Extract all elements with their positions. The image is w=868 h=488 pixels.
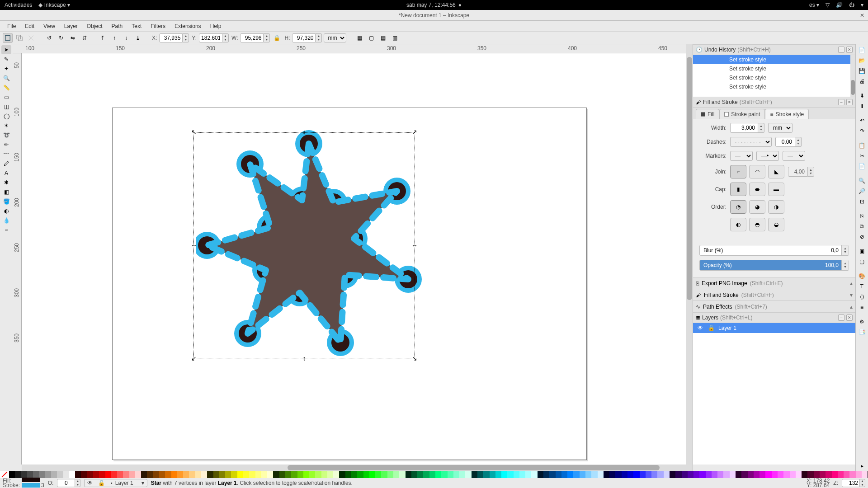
lower-button[interactable]: ↓	[121, 33, 131, 43]
system-menu-chevron[interactable]: ▾	[861, 2, 863, 8]
opacity-slider[interactable]: Opacity (%) 100,0 ▲▼	[699, 260, 849, 271]
palette-swatch[interactable]	[255, 471, 261, 478]
palette-swatch[interactable]	[657, 471, 663, 478]
undo-scrollbar[interactable]	[850, 55, 855, 97]
palette-swatch[interactable]	[826, 471, 831, 478]
palette-swatch[interactable]	[862, 471, 868, 478]
palette-swatch[interactable]	[411, 471, 417, 478]
palette-swatch[interactable]	[9, 471, 15, 478]
marker-start-select[interactable]: —	[730, 151, 753, 161]
snap-align-icon[interactable]: ≡	[857, 302, 867, 312]
calligraphy-tool[interactable]: 🖊	[1, 159, 11, 168]
zoom-tool[interactable]: 🔍	[1, 74, 11, 83]
palette-swatch[interactable]	[844, 471, 849, 478]
rotate-cw-button[interactable]: ↻	[56, 33, 66, 43]
raise-button[interactable]: ↑	[109, 33, 119, 43]
palette-swatch[interactable]	[448, 471, 453, 478]
palette-swatch[interactable]	[369, 471, 375, 478]
snap-zoomsel-icon[interactable]: 🔎	[857, 186, 867, 196]
dash-offset-input[interactable]	[775, 137, 795, 147]
snap-copy-icon[interactable]: 📋	[857, 141, 867, 150]
star-tool[interactable]: ✶	[1, 121, 11, 130]
palette-swatch[interactable]	[838, 471, 844, 478]
palette-swatch[interactable]	[712, 471, 717, 478]
undo-row[interactable]: Set stroke style	[693, 82, 855, 91]
w-input[interactable]	[240, 33, 264, 42]
palette-swatch[interactable]	[573, 471, 579, 478]
palette-swatch[interactable]	[849, 471, 855, 478]
palette-swatch[interactable]	[580, 471, 585, 478]
cap-butt-button[interactable]: ▮	[730, 183, 746, 196]
spiral-tool[interactable]: ➰	[1, 131, 11, 140]
connector-tool[interactable]: ⎓	[1, 225, 11, 235]
join-bevel-button[interactable]: ◣	[768, 165, 784, 178]
palette-swatch[interactable]	[363, 471, 369, 478]
palette-none-swatch[interactable]	[0, 471, 9, 478]
palette-swatch[interactable]	[514, 471, 519, 478]
bezier-tool[interactable]: 〰	[1, 150, 11, 159]
palette-swatch[interactable]	[429, 471, 435, 478]
tab-stroke-paint[interactable]: Stroke paint	[719, 109, 765, 119]
palette-swatch[interactable]	[63, 471, 69, 478]
measure-tool[interactable]: 📏	[1, 83, 11, 92]
3dbox-tool[interactable]: ◫	[1, 102, 11, 111]
palette-swatch[interactable]	[303, 471, 309, 478]
handle-sw[interactable]: ↙	[191, 355, 197, 361]
palette-swatch[interactable]	[147, 471, 153, 478]
palette-swatch[interactable]	[237, 471, 243, 478]
canvas-scrollbar-v[interactable]	[686, 44, 693, 471]
status-fill-swatch[interactable]	[22, 478, 40, 482]
panel-minimize-icon[interactable]: –	[838, 99, 844, 105]
snap-group-icon[interactable]: ▣	[857, 246, 867, 256]
lock-aspect-button[interactable]: 🔒	[272, 33, 282, 43]
palette-swatch[interactable]	[790, 471, 796, 478]
h-input[interactable]	[292, 33, 316, 42]
palette-swatch[interactable]	[381, 471, 387, 478]
flip-v-button[interactable]: ⇵	[80, 33, 90, 43]
palette-swatch[interactable]	[153, 471, 159, 478]
palette-swatch[interactable]	[765, 471, 771, 478]
snap-export-icon[interactable]: ⬆	[857, 101, 867, 111]
snap-text-icon[interactable]: T	[857, 282, 867, 291]
flip-h-button[interactable]: ⇋	[68, 33, 78, 43]
rect-tool[interactable]: ▭	[1, 93, 11, 102]
menu-extensions[interactable]: Extensions	[171, 22, 205, 30]
palette-swatch[interactable]	[339, 471, 345, 478]
menu-edit[interactable]: Edit	[21, 22, 38, 30]
palette-swatch[interactable]	[640, 471, 646, 478]
palette-swatch[interactable]	[225, 471, 231, 478]
palette-swatch[interactable]	[598, 471, 604, 478]
menu-layer[interactable]: Layer	[61, 22, 81, 30]
window-close-button[interactable]: ✕	[860, 12, 864, 19]
palette-swatch[interactable]	[741, 471, 747, 478]
palette-swatch[interactable]	[117, 471, 123, 478]
node-tool[interactable]: ✎	[1, 55, 11, 64]
canvas-scrollbar-h[interactable]	[22, 465, 686, 471]
palette-swatch[interactable]	[177, 471, 183, 478]
menu-view[interactable]: View	[40, 22, 59, 30]
palette-swatch[interactable]	[675, 471, 681, 478]
marker-end-select[interactable]: —	[783, 151, 805, 161]
raise-top-button[interactable]: ⤒	[98, 33, 108, 43]
snap-zoomfit-icon[interactable]: 🔍	[857, 176, 867, 186]
palette-swatch[interactable]	[501, 471, 507, 478]
tweak-tool[interactable]: ✦	[1, 64, 11, 73]
palette-swatch[interactable]	[699, 471, 705, 478]
palette-swatch[interactable]	[327, 471, 333, 478]
palette-swatch[interactable]	[165, 471, 171, 478]
palette-swatch[interactable]	[219, 471, 225, 478]
keyboard-indicator[interactable]: es ▾	[809, 2, 819, 8]
palette-swatch[interactable]	[387, 471, 393, 478]
x-input[interactable]	[159, 33, 183, 42]
palette-swatch[interactable]	[249, 471, 255, 478]
palette-swatch[interactable]	[736, 471, 741, 478]
menu-object[interactable]: Object	[83, 22, 106, 30]
palette-swatch[interactable]	[670, 471, 675, 478]
snap-import-icon[interactable]: ⬇	[857, 91, 867, 101]
palette-swatch[interactable]	[693, 471, 699, 478]
menu-help[interactable]: Help	[207, 22, 225, 30]
palette-swatch[interactable]	[459, 471, 465, 478]
palette-swatch[interactable]	[778, 471, 783, 478]
menu-text[interactable]: Text	[128, 22, 145, 30]
palette-swatch[interactable]	[57, 471, 63, 478]
